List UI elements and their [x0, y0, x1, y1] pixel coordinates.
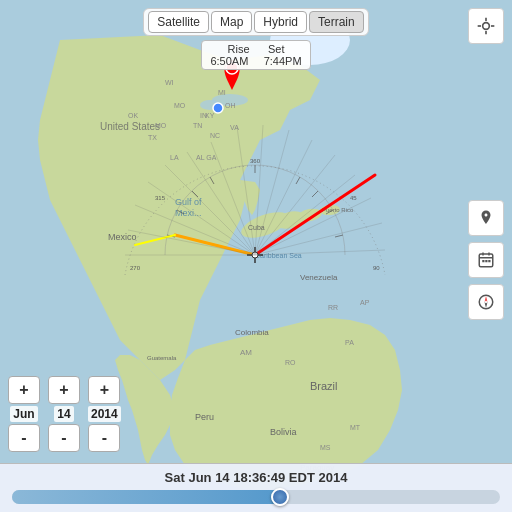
svg-text:90: 90 [373, 265, 380, 271]
svg-text:OK: OK [128, 112, 138, 119]
rise-label: Rise [228, 43, 250, 55]
svg-text:TN: TN [193, 122, 202, 129]
top-bar: Satellite Map Hybrid Terrain Rise Set 6:… [0, 8, 512, 70]
svg-text:45: 45 [350, 195, 357, 201]
datetime-display: Sat Jun 14 18:36:49 EDT 2014 [12, 470, 500, 485]
bottom-bar: Sat Jun 14 18:36:49 EDT 2014 [0, 463, 512, 512]
map-btn[interactable]: Map [211, 11, 252, 33]
day-minus[interactable]: - [48, 424, 80, 452]
svg-text:360: 360 [250, 158, 261, 164]
rise-set-box: Rise Set 6:50AM 7:44PM [201, 40, 310, 70]
timeline-slider[interactable] [12, 490, 500, 504]
svg-text:AM: AM [240, 348, 252, 357]
svg-text:Guatemala: Guatemala [147, 355, 177, 361]
location-button[interactable] [468, 8, 504, 44]
svg-text:MI: MI [218, 89, 226, 96]
svg-text:WI: WI [165, 79, 174, 86]
svg-text:Gulf of: Gulf of [175, 197, 202, 207]
timeline-fill [12, 490, 280, 504]
svg-text:Brazil: Brazil [310, 380, 338, 392]
svg-text:PA: PA [345, 339, 354, 346]
svg-text:AL GA: AL GA [196, 154, 217, 161]
right-buttons [468, 200, 504, 320]
svg-text:315: 315 [155, 195, 166, 201]
svg-text:TX: TX [148, 134, 157, 141]
svg-text:LA: LA [170, 154, 179, 161]
set-time: 7:44PM [264, 55, 302, 67]
hybrid-btn[interactable]: Hybrid [254, 11, 307, 33]
compass-icon [477, 293, 495, 311]
month-minus[interactable]: - [8, 424, 40, 452]
svg-text:Peru: Peru [195, 412, 214, 422]
svg-text:Mexico: Mexico [108, 232, 137, 242]
svg-rect-90 [482, 260, 484, 262]
day-label: 14 [54, 406, 73, 422]
svg-text:United States: United States [100, 121, 160, 132]
map-type-buttons: Satellite Map Hybrid Terrain [143, 8, 368, 36]
month-stepper: + Jun - [8, 376, 40, 452]
year-plus[interactable]: + [88, 376, 120, 404]
day-plus[interactable]: + [48, 376, 80, 404]
svg-text:Venezuela: Venezuela [300, 273, 338, 282]
location-icon [476, 16, 496, 36]
svg-text:AP: AP [360, 299, 370, 306]
calendar-button[interactable] [468, 242, 504, 278]
svg-text:MT: MT [350, 424, 361, 431]
map-container[interactable]: Gulf of Mexi... United States OH KY TN N… [0, 0, 512, 512]
year-label: 2014 [88, 406, 121, 422]
year-minus[interactable]: - [88, 424, 120, 452]
compass-button[interactable] [468, 284, 504, 320]
month-plus[interactable]: + [8, 376, 40, 404]
svg-rect-91 [485, 260, 487, 262]
terrain-btn[interactable]: Terrain [309, 11, 364, 33]
svg-point-81 [483, 23, 490, 30]
svg-text:RO: RO [285, 359, 296, 366]
svg-text:RR: RR [328, 304, 338, 311]
pin-button[interactable] [468, 200, 504, 236]
bottom-controls: + Jun - + 14 - + 2014 - [8, 376, 121, 452]
rise-time: 6:50AM [210, 55, 248, 67]
set-label: Set [268, 43, 285, 55]
svg-rect-92 [488, 260, 490, 262]
svg-text:OH: OH [225, 102, 236, 109]
pin-icon [477, 209, 495, 227]
svg-text:NC: NC [210, 132, 220, 139]
svg-text:MS: MS [320, 444, 331, 451]
svg-text:IN: IN [200, 112, 207, 119]
svg-text:270: 270 [130, 265, 141, 271]
svg-text:MO: MO [174, 102, 186, 109]
svg-point-80 [213, 103, 223, 113]
calendar-icon [477, 251, 495, 269]
satellite-btn[interactable]: Satellite [148, 11, 209, 33]
timeline-thumb[interactable] [271, 488, 289, 506]
month-label: Jun [10, 406, 37, 422]
svg-text:Colombia: Colombia [235, 328, 269, 337]
day-stepper: + 14 - [48, 376, 80, 452]
svg-text:MO: MO [155, 122, 167, 129]
svg-text:Bolivia: Bolivia [270, 427, 297, 437]
svg-marker-95 [485, 302, 488, 308]
year-stepper: + 2014 - [88, 376, 121, 452]
svg-text:VA: VA [230, 124, 239, 131]
svg-marker-94 [485, 296, 488, 302]
